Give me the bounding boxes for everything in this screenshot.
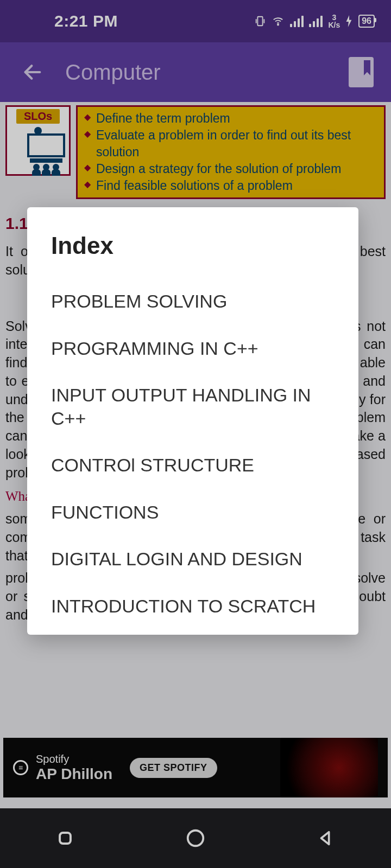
index-item[interactable]: INTRODUCTION TO SCRATCH: [51, 583, 335, 630]
index-dialog: Index PROBLEM SOLVING PROGRAMMING IN C++…: [27, 207, 358, 635]
index-item[interactable]: DIGITAL LOGIN AND DESIGN: [51, 535, 335, 583]
index-item[interactable]: INPUT OUTPUT HANDLING IN C++: [51, 372, 335, 442]
index-item[interactable]: PROGRAMMING IN C++: [51, 325, 335, 372]
index-item[interactable]: PROBLEM SOLVING: [51, 278, 335, 325]
index-item[interactable]: CONTROl STRUCTURE: [51, 442, 335, 489]
index-item[interactable]: FUNCTIONS: [51, 489, 335, 536]
dialog-title: Index: [51, 232, 335, 259]
